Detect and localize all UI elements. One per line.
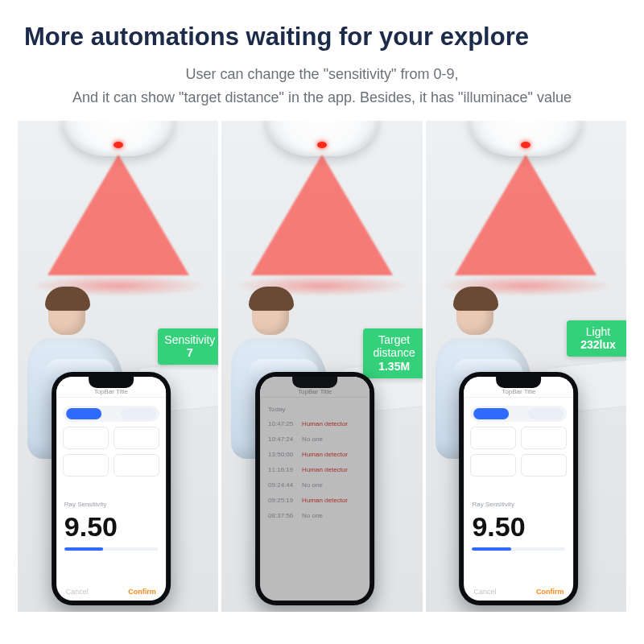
section-label: Ray Sensitivity [64,501,158,508]
phone-notch-icon [292,377,337,388]
phone-notch-icon [496,377,541,388]
log-row[interactable]: 10:47:24No one [260,431,369,447]
callout-value: 232lux [573,338,623,352]
feature-panel-target-distance: Target distance 1.35M TopBar Title Today… [221,121,422,612]
detection-beam-icon [47,155,189,275]
callout-label: Target [369,333,419,347]
callout-value: 7 [164,346,215,360]
log-event: Human detector [302,420,348,427]
sub-quoted-sensitivity: "sensitivity" [324,66,397,82]
log-day-label: Today [260,398,369,416]
sub-text: And it can show [72,89,179,105]
phone-mockup: TopBar Title Today 10:47:25Human detecto… [255,372,374,605]
section-label: Ray Sensitivity [472,501,565,508]
log-row[interactable]: 09:24:44No one [260,477,369,493]
log-row[interactable]: 13:50:00Human detector [260,447,369,462]
log-event: Human detector [302,497,348,504]
log-time: 08:37:56 [268,512,295,519]
sensitivity-slider[interactable] [64,547,158,551]
segmented-control[interactable] [470,406,567,422]
callout-sensitivity: Sensitivity 7 [158,328,218,365]
sub-quoted-illuminance: "illuminace" [458,89,533,105]
log-time: 09:25:19 [268,497,295,504]
phone-screen-light: TopBar Title Ray Sensitivity 9.50 Cancel… [464,377,573,601]
log-time: 13:50:00 [268,451,295,458]
page-subtitle: User can change the "sensitivity" from 0… [0,58,644,121]
log-row[interactable]: 08:37:56No one [260,508,369,523]
segmented-control[interactable] [63,406,159,422]
detection-beam-icon [455,155,597,275]
phone-mockup: TopBar Title Ray Sensitivity 9.50 Cancel… [459,372,578,605]
log-row[interactable]: 11:16:19Human detector [260,462,369,477]
log-event: No one [302,481,323,489]
page-title: More automations waiting for your explor… [24,23,620,52]
sub-text: in the app. Besides, it has [284,89,458,105]
cancel-button[interactable]: Cancel [66,588,89,596]
phone-screen-sensitivity: TopBar Title Ray Sensitivity 9.50 Cancel… [56,377,166,601]
log-event: Human detector [302,466,348,473]
quick-tile[interactable] [63,427,109,449]
callout-light: Light 232lux [567,320,626,357]
quick-tile[interactable] [470,454,516,477]
callout-label: Sensitivity [164,333,215,347]
quick-tile[interactable] [63,454,109,477]
callout-target-distance: Target distance 1.35M [363,328,423,378]
log-event: No one [302,512,323,519]
phone-notch-icon [89,377,134,388]
log-event: No one [302,436,323,443]
callout-label: Light [573,325,623,339]
event-log-list[interactable]: 10:47:25Human detector10:47:24No one13:5… [260,416,369,523]
ceiling-sensor-icon [266,121,378,156]
callout-label: distance [369,346,419,360]
quick-tile[interactable] [470,427,516,449]
log-time: 11:16:19 [268,466,295,473]
phone-screen-log: TopBar Title Today 10:47:25Human detecto… [260,377,369,601]
phone-mockup: TopBar Title Ray Sensitivity 9.50 Cancel… [52,372,171,605]
sensitivity-value: 9.50 [56,510,166,543]
feature-panel-illuminance: Light 232lux TopBar Title Ray Sensitivit… [426,121,626,612]
quick-tile[interactable] [521,454,567,477]
sub-text: from 0-9, [396,66,458,82]
log-time: 09:24:44 [268,481,295,489]
log-time: 10:47:24 [268,436,295,443]
detection-beam-icon [251,155,393,275]
confirm-button[interactable]: Confirm [536,588,564,596]
light-slider[interactable] [472,547,565,551]
log-row[interactable]: 09:25:19Human detector [260,493,369,508]
quick-tile[interactable] [114,427,159,449]
callout-value: 1.35M [369,360,419,374]
cancel-button[interactable]: Cancel [473,588,496,596]
ceiling-sensor-icon [469,121,582,156]
log-time: 10:47:25 [268,420,295,427]
sub-quoted-target-distance: "target distance" [179,89,284,105]
sub-text: User can change the [186,66,324,82]
quick-tile[interactable] [114,454,159,477]
sub-text: value [533,89,572,105]
confirm-button[interactable]: Confirm [128,588,156,596]
light-value: 9.50 [464,510,573,543]
log-row[interactable]: 10:47:25Human detector [260,416,369,431]
quick-tile[interactable] [521,427,567,449]
log-event: Human detector [302,451,348,458]
ceiling-sensor-icon [62,121,175,156]
feature-panel-sensitivity: Sensitivity 7 TopBar Title Ray Sensitivi… [18,121,218,612]
